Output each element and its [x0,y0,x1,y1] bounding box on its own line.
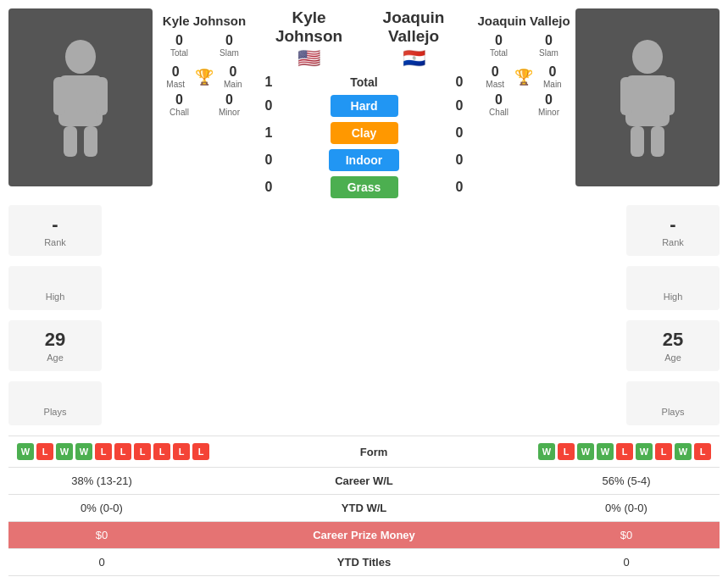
career-prize-row: $0 Career Prize Money $0 [8,522,720,549]
left-age-card: 29 Age [8,320,102,371]
left-player-name-label: Kyle Johnson [158,14,251,28]
left-high-card: High [8,266,102,310]
form-row: WLWWLLLLLL Form WLWWLWLWL [8,436,720,468]
form-badge-l: L [114,443,131,460]
form-badge-w: W [538,443,555,460]
left-stats-grid2: 0 Chall 0 Minor [158,92,251,117]
left-flag: 🇺🇸 [259,47,358,69]
right-rank-card: - Rank [626,205,720,256]
right-stats-grid2: 0 Chall 0 Minor [477,92,570,117]
right-trophy-icon: 🏆 [514,68,533,86]
left-stat-slam: 0 Slam [208,33,251,58]
svg-rect-8 [620,77,632,115]
form-badge-w: W [577,443,594,460]
form-badge-l: L [173,443,190,460]
form-badge-w: W [636,443,653,460]
form-badge-l: L [95,443,112,460]
right-plays-card: Plays [626,381,720,425]
left-stat-cards: - Rank High 29 Age Plays [8,205,102,430]
left-form-badges: WLWWLLLLLL [17,443,209,460]
grass-badge: Grass [331,176,398,198]
right-stats-grid: 0 Total 0 Slam [477,33,570,58]
surface-rows: 1 Total 0 0 Hard 0 1 Clay 0 0 [256,75,472,198]
right-high-card: High [626,266,720,310]
right-age-card: 25 Age [626,320,720,371]
svg-rect-11 [651,126,664,157]
right-stat-slam: 0 Slam [527,33,570,58]
left-stat-minor: 0 Minor [208,92,251,117]
form-badge-l: L [558,443,575,460]
form-badge-l: L [694,443,711,460]
ytd-titles-row: 0 YTD Titles 0 [8,549,720,576]
right-stat-cards: - Rank High 25 Age Plays [626,205,720,430]
left-stats-grid: 0 Total 0 Slam [158,33,251,58]
right-player-name-label: Joaquin Vallejo [477,14,570,28]
hard-score-row: 0 Hard 0 [256,95,472,117]
bottom-stats: WLWWLLLLLL Form WLWWLWLWL 38% (13-21) Ca… [8,436,720,576]
left-plays-card: Plays [8,381,102,425]
left-stat-main: 0 Main [224,64,242,89]
clay-badge: Clay [331,122,398,144]
center-spacer [108,205,620,430]
main-container: Kyle Johnson 0 Total 0 Slam 0 Mast 🏆 [0,0,728,576]
left-trophy-row: 0 Mast 🏆 0 Main [158,64,251,89]
form-badge-l: L [153,443,170,460]
names-row: Kyle Johnson 🇺🇸 Joaquin Vallejo 🇵🇾 [256,8,472,69]
form-badge-w: W [56,443,73,460]
form-badge-l: L [192,443,209,460]
svg-point-6 [632,40,663,74]
right-name-center: Joaquin Vallejo 🇵🇾 [358,8,469,69]
top-section: Kyle Johnson 0 Total 0 Slam 0 Mast 🏆 [8,8,720,198]
svg-point-0 [65,40,96,74]
left-stat-total: 0 Total [158,33,201,58]
right-stat-chall: 0 Chall [477,92,520,117]
svg-rect-10 [631,126,644,157]
form-badge-l: L [616,443,633,460]
svg-rect-4 [64,126,77,157]
left-name-center: Kyle Johnson 🇺🇸 [259,8,358,69]
left-stat-chall: 0 Chall [158,92,201,117]
grass-score-row: 0 Grass 0 [256,176,472,198]
form-badge-w: W [17,443,34,460]
right-stat-mast: 0 Mast [486,64,504,89]
right-trophy-row: 0 Mast 🏆 0 Main [477,64,570,89]
right-cards: Joaquin Vallejo 0 Total 0 Slam 0 Mast 🏆 [477,8,570,120]
svg-rect-9 [663,77,675,115]
total-score-row: 1 Total 0 [256,75,472,90]
form-badge-w: W [597,443,614,460]
left-rank-card: - Rank [8,205,102,256]
right-player-photo [575,8,720,186]
ytd-wl-row: 0% (0-0) YTD W/L 0% (0-0) [8,495,720,522]
left-trophy-icon: 🏆 [195,68,214,86]
left-cards: Kyle Johnson 0 Total 0 Slam 0 Mast 🏆 [158,8,251,120]
cards-row: - Rank High 29 Age Plays - Rank [8,205,720,430]
indoor-score-row: 0 Indoor 0 [256,149,472,171]
form-badge-l: L [655,443,672,460]
center-area: Kyle Johnson 🇺🇸 Joaquin Vallejo 🇵🇾 1 Tot… [256,8,472,198]
career-wl-row: 38% (13-21) Career W/L 56% (5-4) [8,468,720,495]
left-player-photo [8,8,153,186]
right-form-badges: WLWWLWLWL [538,443,711,460]
svg-rect-2 [53,77,65,115]
left-stat-mast: 0 Mast [166,64,185,89]
form-badge-l: L [36,443,53,460]
form-badge-w: W [675,443,692,460]
right-flag: 🇵🇾 [358,47,469,69]
indoor-badge: Indoor [329,149,400,171]
clay-score-row: 1 Clay 0 [256,122,472,144]
form-badge-w: W [75,443,92,460]
right-stat-total: 0 Total [477,33,520,58]
svg-rect-3 [96,77,108,115]
svg-rect-5 [84,126,97,157]
right-stat-minor: 0 Minor [527,92,570,117]
hard-badge: Hard [331,95,398,117]
right-stat-main: 0 Main [543,64,562,89]
form-badge-l: L [134,443,151,460]
